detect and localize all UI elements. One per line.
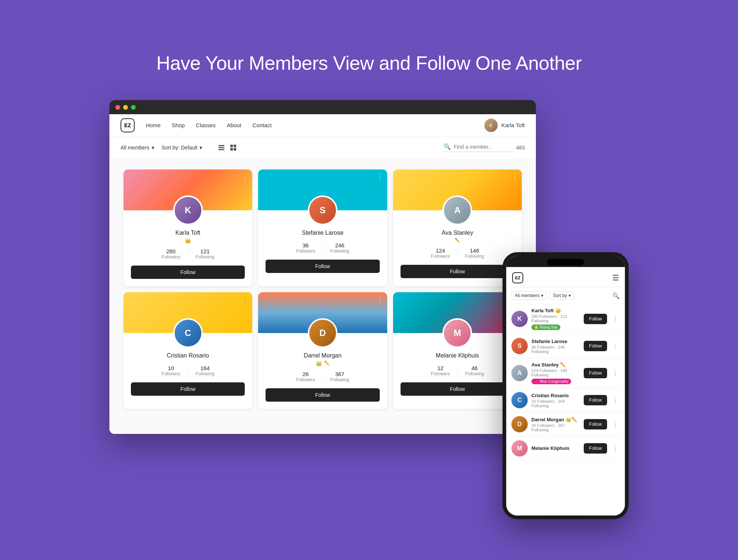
phone-item-menu-ava[interactable]: ⋮ — [611, 370, 620, 377]
followers-count-ava: 124 — [431, 247, 450, 254]
phone-member-name-darrel: Darrel Morgan 👑✏️ — [531, 417, 580, 422]
following-stat-karla: 121 Following — [188, 248, 222, 260]
card-menu-cristian[interactable]: ⋮ — [242, 295, 248, 303]
following-label-melanie: Following — [465, 371, 484, 376]
member-card-stefanie: ⋮ S Stefanie Larose 36 Followers — [258, 169, 387, 286]
following-count-karla: 121 — [195, 248, 214, 254]
nav-link-shop[interactable]: Shop — [172, 122, 185, 128]
nav-link-contact[interactable]: Contact — [253, 122, 272, 128]
following-stat-ava: 146 Following — [458, 247, 491, 259]
crown-badge-karla: 👑 — [185, 238, 191, 244]
phone-member-item-cristian: C Cristian Rosario 10 Followers · 164 Fo… — [506, 388, 625, 412]
followers-stat-darrel: 26 Followers — [289, 371, 323, 382]
phone-notch-pill — [547, 259, 584, 266]
phone-member-info-stefanie: Stefanie Larose 36 Followers · 246 Follo… — [531, 339, 580, 354]
card-menu-karla[interactable]: ⋮ — [242, 172, 248, 181]
phone-member-stats-ava: 124 Followers · 146 Following — [531, 368, 580, 377]
phone-follow-button-cristian[interactable]: Follow — [584, 395, 607, 405]
phone-follow-button-melanie[interactable]: Follow — [584, 443, 607, 454]
phone-follow-button-ava[interactable]: Follow — [584, 368, 607, 378]
phone-avatar-darrel: D — [511, 416, 528, 432]
card-menu-melanie[interactable]: ⋮ — [511, 295, 518, 303]
phone-item-menu-darrel[interactable]: ⋮ — [611, 421, 620, 428]
follow-button-cristian[interactable]: Follow — [131, 382, 245, 396]
followers-label-ava: Followers — [431, 254, 450, 259]
phone-avatar-cristian: C — [511, 392, 528, 408]
nav-link-home[interactable]: Home — [146, 122, 161, 128]
nav-link-about[interactable]: About — [227, 122, 241, 128]
phone-member-stats-stefanie: 36 Followers · 246 Following — [531, 345, 580, 354]
sort-button[interactable]: Sort by: Default ▾ — [162, 145, 202, 151]
search-input[interactable] — [454, 144, 513, 150]
grid-view-icon[interactable] — [229, 143, 238, 152]
nav-links: Home Shop Classes About Contact — [146, 122, 484, 128]
phone-follow-button-darrel[interactable]: Follow — [584, 419, 607, 429]
following-stat-melanie: 46 Following — [458, 365, 491, 376]
follow-button-ava[interactable]: Follow — [401, 265, 514, 278]
phone-member-name-karla: Karla Toft 👑 — [531, 308, 580, 313]
card-name-melanie: Melanie Kliphuis — [401, 352, 514, 359]
pen-badge-ava: ✏️ — [455, 238, 460, 243]
browser-dot-green — [131, 105, 136, 110]
sort-label: Sort by: Default — [162, 145, 198, 151]
following-label-ava: Following — [465, 254, 484, 259]
phone-avatar-ava: A — [511, 365, 528, 381]
followers-count-karla: 280 — [161, 248, 180, 254]
card-body-karla: Karla Toft 👑 280 Followers 121 Follow — [123, 225, 252, 286]
card-menu-ava[interactable]: ⋮ — [511, 172, 518, 181]
browser-dot-yellow — [123, 105, 128, 110]
card-menu-stefanie[interactable]: ⋮ — [377, 172, 383, 181]
follow-button-karla[interactable]: Follow — [131, 266, 245, 279]
following-stat-darrel: 367 Following — [323, 371, 357, 382]
follow-button-darrel[interactable]: Follow — [266, 388, 379, 402]
phone-follow-button-stefanie[interactable]: Follow — [584, 341, 607, 351]
phone-member-stats-cristian: 10 Followers · 164 Following — [531, 399, 580, 408]
phone-search-icon[interactable]: 🔍 — [612, 292, 620, 299]
nav-logo: EZ — [121, 118, 135, 132]
phone-member-info-ava: Ava Stanley ✏️ 124 Followers · 146 Follo… — [531, 362, 580, 384]
phone-item-menu-cristian[interactable]: ⋮ — [611, 397, 620, 404]
phone-item-menu-karla[interactable]: ⋮ — [611, 316, 620, 323]
card-badges-darrel: 👑 ✏️ — [266, 360, 379, 366]
member-card-karla: ⋮ K Karla Toft 👑 280 Followers — [123, 169, 252, 286]
follow-button-melanie[interactable]: Follow — [401, 382, 514, 396]
follow-button-stefanie[interactable]: Follow — [266, 260, 379, 273]
svg-rect-3 — [230, 145, 233, 147]
followers-label-darrel: Followers — [296, 377, 315, 382]
member-card-cristian: ⋮ C Cristian Rosario 10 Followers — [123, 292, 252, 409]
phone-hamburger-icon[interactable]: ☰ — [612, 273, 619, 282]
list-view-icon[interactable] — [217, 143, 226, 152]
followers-count-darrel: 26 — [296, 371, 315, 377]
rising-star-badge-karla: ⭐ Rising Star — [531, 325, 560, 330]
following-count-melanie: 46 — [465, 365, 484, 371]
card-menu-darrel[interactable]: ⋮ — [377, 295, 383, 303]
phone-item-menu-stefanie[interactable]: ⋮ — [611, 343, 620, 350]
phone-member-info-melanie: Melanie Kliphuis — [531, 445, 580, 452]
phone-sort-arrow-icon: ▾ — [569, 293, 571, 298]
followers-stat-cristian: 10 Followers — [154, 365, 188, 376]
search-input-wrapper: 🔍 — [444, 143, 513, 152]
card-avatar-darrel: D — [308, 318, 337, 348]
phone-sort-button[interactable]: Sort by ▾ — [550, 291, 574, 300]
followers-count-melanie: 12 — [431, 365, 450, 371]
nav-link-classes[interactable]: Classes — [196, 122, 215, 128]
phone-item-menu-melanie[interactable]: ⋮ — [611, 445, 620, 452]
card-stats-melanie: 12 Followers 46 Following — [401, 365, 514, 376]
following-label-darrel: Following — [330, 377, 349, 382]
card-body-cristian: Cristian Rosario 10 Followers 164 Follow… — [123, 348, 252, 403]
filter-arrow-icon: ▾ — [152, 145, 154, 151]
followers-stat-ava: 124 Followers — [424, 247, 458, 259]
card-avatar-ava: A — [442, 195, 472, 225]
view-icons — [217, 143, 238, 152]
card-avatar-karla: K — [173, 195, 203, 225]
following-count-cristian: 164 — [195, 365, 214, 371]
member-count: 483 — [516, 145, 525, 151]
followers-count-cristian: 10 — [161, 365, 180, 371]
filter-button[interactable]: All members ▾ — [121, 145, 154, 151]
pen-badge-darrel: ✏️ — [324, 360, 330, 366]
phone-member-name-cristian: Cristian Rosario — [531, 393, 580, 398]
followers-label-melanie: Followers — [431, 371, 450, 376]
phone-nav: EZ ☰ — [506, 267, 625, 287]
phone-follow-button-karla[interactable]: Follow — [584, 314, 607, 324]
followers-stat-melanie: 12 Followers — [424, 365, 458, 376]
